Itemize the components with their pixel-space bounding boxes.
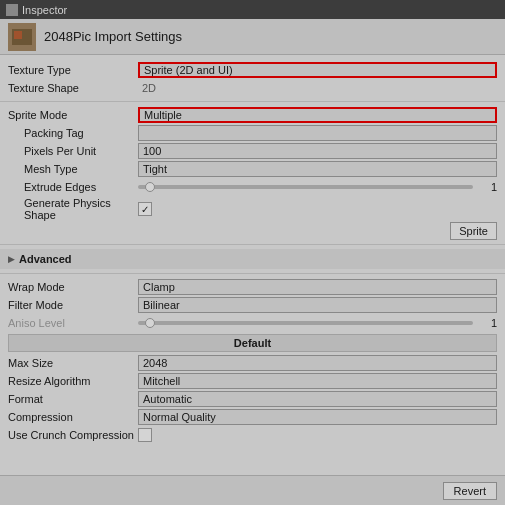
revert-button[interactable]: Revert	[443, 482, 497, 500]
texture-type-label: Texture Type	[8, 64, 138, 76]
format-field[interactable]: Automatic	[138, 391, 497, 407]
aniso-slider-thumb[interactable]	[145, 318, 155, 328]
content-area: Texture Type Sprite (2D and UI) Texture …	[0, 55, 505, 475]
texture-shape-label: Texture Shape	[8, 82, 138, 94]
aniso-slider-track[interactable]	[138, 321, 473, 325]
inspector-window: Inspector 2048Pic Import Settings Textur…	[0, 0, 505, 505]
format-label: Format	[8, 393, 138, 405]
max-size-label: Max Size	[8, 357, 138, 369]
mesh-type-field[interactable]: Tight	[138, 161, 497, 177]
title-bar-icon	[6, 4, 18, 16]
extrude-edges-value: 1	[477, 181, 497, 193]
max-size-field[interactable]: 2048	[138, 355, 497, 371]
packing-tag-field[interactable]	[138, 125, 497, 141]
extrude-edges-row: Extrude Edges 1	[0, 178, 505, 196]
slider-thumb[interactable]	[145, 182, 155, 192]
compression-field[interactable]: Normal Quality	[138, 409, 497, 425]
wrap-mode-row: Wrap Mode Clamp	[0, 278, 505, 296]
extrude-edges-slider[interactable]: 1	[138, 181, 497, 193]
mesh-type-row: Mesh Type Tight	[0, 160, 505, 178]
sprite-button[interactable]: Sprite	[450, 222, 497, 240]
format-row: Format Automatic	[0, 390, 505, 408]
header: 2048Pic Import Settings	[0, 19, 505, 55]
extrude-edges-label: Extrude Edges	[8, 181, 138, 193]
sprite-mode-label: Sprite Mode	[8, 109, 138, 121]
resize-algorithm-field[interactable]: Mitchell	[138, 373, 497, 389]
texture-shape-row: Texture Shape 2D	[0, 79, 505, 97]
resize-algorithm-row: Resize Algorithm Mitchell	[0, 372, 505, 390]
crunch-compression-checkbox[interactable]	[138, 428, 152, 442]
aniso-level-value: 1	[477, 317, 497, 329]
wrap-mode-field[interactable]: Clamp	[138, 279, 497, 295]
pixels-per-unit-label: Pixels Per Unit	[8, 145, 138, 157]
bottom-bar: Revert	[0, 475, 505, 505]
mesh-type-label: Mesh Type	[8, 163, 138, 175]
crunch-compression-row: Use Crunch Compression	[0, 426, 505, 444]
texture-type-row: Texture Type Sprite (2D and UI)	[0, 61, 505, 79]
compression-label: Compression	[8, 411, 138, 423]
advanced-arrow-icon: ▶	[8, 254, 15, 264]
asset-icon	[8, 23, 36, 51]
aniso-level-slider[interactable]: 1	[138, 317, 497, 329]
filter-mode-row: Filter Mode Bilinear	[0, 296, 505, 314]
packing-tag-row: Packing Tag	[0, 124, 505, 142]
aniso-level-row: Aniso Level 1	[0, 314, 505, 332]
texture-type-field[interactable]: Sprite (2D and UI)	[138, 62, 497, 78]
sprite-button-row: Sprite	[0, 222, 505, 240]
svg-rect-2	[14, 31, 22, 39]
sprite-mode-field[interactable]: Multiple	[138, 107, 497, 123]
physics-shape-row: Generate Physics Shape ✓	[0, 196, 505, 222]
aniso-level-label: Aniso Level	[8, 317, 138, 329]
texture-shape-field: 2D	[138, 80, 497, 96]
title-bar-label: Inspector	[22, 4, 67, 16]
slider-track[interactable]	[138, 185, 473, 189]
packing-tag-label: Packing Tag	[8, 127, 138, 139]
advanced-label: Advanced	[19, 253, 72, 265]
wrap-mode-label: Wrap Mode	[8, 281, 138, 293]
physics-shape-label: Generate Physics Shape	[8, 197, 138, 221]
sprite-mode-row: Sprite Mode Multiple	[0, 106, 505, 124]
crunch-compression-label: Use Crunch Compression	[8, 429, 138, 441]
advanced-section-header[interactable]: ▶ Advanced	[0, 249, 505, 269]
max-size-row: Max Size 2048	[0, 354, 505, 372]
resize-algorithm-label: Resize Algorithm	[8, 375, 138, 387]
asset-title: 2048Pic Import Settings	[44, 29, 182, 44]
filter-mode-field[interactable]: Bilinear	[138, 297, 497, 313]
title-bar: Inspector	[0, 0, 505, 19]
compression-row: Compression Normal Quality	[0, 408, 505, 426]
pixels-per-unit-field[interactable]: 100	[138, 143, 497, 159]
table-header: Default	[8, 334, 497, 352]
filter-mode-label: Filter Mode	[8, 299, 138, 311]
pixels-per-unit-row: Pixels Per Unit 100	[0, 142, 505, 160]
physics-shape-checkbox[interactable]: ✓	[138, 202, 152, 216]
